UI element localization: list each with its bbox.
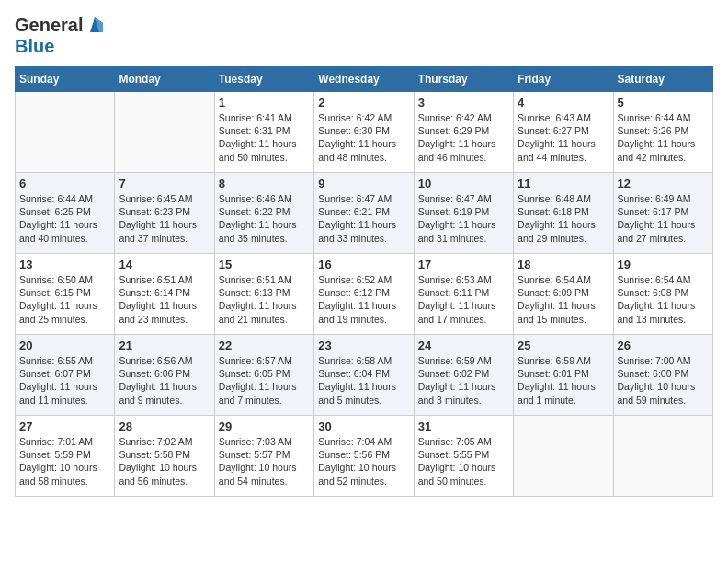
logo: General Blue (15, 15, 105, 57)
calendar-week-row: 13Sunrise: 6:50 AM Sunset: 6:15 PM Dayli… (16, 254, 713, 335)
calendar-cell: 18Sunrise: 6:54 AM Sunset: 6:09 PM Dayli… (514, 254, 613, 335)
day-info: Sunrise: 6:57 AM Sunset: 6:05 PM Dayligh… (219, 354, 310, 407)
day-info: Sunrise: 7:02 AM Sunset: 5:58 PM Dayligh… (119, 435, 210, 488)
day-number: 7 (119, 177, 210, 190)
calendar-week-row: 20Sunrise: 6:55 AM Sunset: 6:07 PM Dayli… (16, 335, 713, 416)
day-info: Sunrise: 6:59 AM Sunset: 6:02 PM Dayligh… (418, 354, 509, 407)
day-number: 11 (518, 177, 609, 190)
day-number: 15 (219, 258, 310, 271)
calendar-cell: 15Sunrise: 6:51 AM Sunset: 6:13 PM Dayli… (214, 254, 313, 335)
day-header-tuesday: Tuesday (214, 67, 313, 92)
day-number: 25 (518, 339, 609, 352)
calendar-cell: 10Sunrise: 6:47 AM Sunset: 6:19 PM Dayli… (414, 173, 513, 254)
day-number: 28 (119, 419, 210, 433)
day-info: Sunrise: 6:56 AM Sunset: 6:06 PM Dayligh… (119, 354, 210, 407)
calendar-cell: 1Sunrise: 6:41 AM Sunset: 6:31 PM Daylig… (214, 92, 313, 173)
calendar-cell: 3Sunrise: 6:42 AM Sunset: 6:29 PM Daylig… (414, 92, 513, 173)
page-header: General Blue (15, 15, 713, 57)
calendar-cell: 29Sunrise: 7:03 AM Sunset: 5:57 PM Dayli… (214, 416, 313, 497)
day-info: Sunrise: 7:05 AM Sunset: 5:55 PM Dayligh… (418, 435, 509, 488)
day-info: Sunrise: 6:54 AM Sunset: 6:08 PM Dayligh… (618, 273, 709, 326)
calendar-week-row: 6Sunrise: 6:44 AM Sunset: 6:25 PM Daylig… (16, 173, 713, 254)
day-info: Sunrise: 6:47 AM Sunset: 6:21 PM Dayligh… (318, 192, 409, 245)
calendar-cell: 11Sunrise: 6:48 AM Sunset: 6:18 PM Dayli… (514, 173, 613, 254)
day-number: 4 (518, 96, 609, 109)
day-info: Sunrise: 7:01 AM Sunset: 5:59 PM Dayligh… (19, 435, 110, 488)
calendar-cell: 28Sunrise: 7:02 AM Sunset: 5:58 PM Dayli… (115, 416, 214, 497)
calendar-cell: 23Sunrise: 6:58 AM Sunset: 6:04 PM Dayli… (314, 335, 414, 416)
day-number: 6 (19, 177, 110, 190)
day-number: 31 (418, 419, 509, 433)
day-info: Sunrise: 6:51 AM Sunset: 6:14 PM Dayligh… (119, 273, 210, 326)
calendar-cell: 4Sunrise: 6:43 AM Sunset: 6:27 PM Daylig… (514, 92, 613, 173)
calendar-cell: 5Sunrise: 6:44 AM Sunset: 6:26 PM Daylig… (613, 92, 712, 173)
day-number: 19 (618, 258, 709, 271)
day-info: Sunrise: 6:53 AM Sunset: 6:11 PM Dayligh… (418, 273, 509, 326)
calendar-cell: 22Sunrise: 6:57 AM Sunset: 6:05 PM Dayli… (214, 335, 313, 416)
day-header-thursday: Thursday (414, 67, 513, 92)
day-header-monday: Monday (115, 67, 214, 92)
calendar-cell: 2Sunrise: 6:42 AM Sunset: 6:30 PM Daylig… (314, 92, 414, 173)
day-number: 24 (418, 339, 509, 352)
day-number: 17 (418, 258, 509, 271)
calendar-cell: 24Sunrise: 6:59 AM Sunset: 6:02 PM Dayli… (414, 335, 513, 416)
calendar-week-row: 27Sunrise: 7:01 AM Sunset: 5:59 PM Dayli… (16, 416, 713, 497)
calendar-cell: 16Sunrise: 6:52 AM Sunset: 6:12 PM Dayli… (314, 254, 414, 335)
calendar-cell: 31Sunrise: 7:05 AM Sunset: 5:55 PM Dayli… (414, 416, 513, 497)
calendar-cell (16, 92, 115, 173)
calendar-cell (613, 416, 712, 497)
day-number: 16 (318, 258, 409, 271)
day-number: 5 (618, 96, 709, 109)
calendar-cell: 9Sunrise: 6:47 AM Sunset: 6:21 PM Daylig… (314, 173, 414, 254)
calendar-cell (514, 416, 613, 497)
day-number: 9 (318, 177, 409, 190)
calendar-header-row: SundayMondayTuesdayWednesdayThursdayFrid… (16, 67, 713, 92)
day-number: 22 (219, 339, 310, 352)
calendar-cell: 21Sunrise: 6:56 AM Sunset: 6:06 PM Dayli… (115, 335, 214, 416)
day-info: Sunrise: 6:52 AM Sunset: 6:12 PM Dayligh… (318, 273, 409, 326)
calendar-cell: 12Sunrise: 6:49 AM Sunset: 6:17 PM Dayli… (613, 173, 712, 254)
day-number: 26 (618, 339, 709, 352)
day-number: 20 (19, 339, 110, 352)
day-info: Sunrise: 6:50 AM Sunset: 6:15 PM Dayligh… (19, 273, 110, 326)
day-info: Sunrise: 6:58 AM Sunset: 6:04 PM Dayligh… (318, 354, 409, 407)
day-info: Sunrise: 6:49 AM Sunset: 6:17 PM Dayligh… (618, 192, 709, 245)
day-number: 18 (518, 258, 609, 271)
calendar-cell: 26Sunrise: 7:00 AM Sunset: 6:00 PM Dayli… (613, 335, 712, 416)
calendar-cell: 19Sunrise: 6:54 AM Sunset: 6:08 PM Dayli… (613, 254, 712, 335)
day-info: Sunrise: 6:42 AM Sunset: 6:30 PM Dayligh… (318, 111, 409, 164)
calendar-week-row: 1Sunrise: 6:41 AM Sunset: 6:31 PM Daylig… (16, 92, 713, 173)
day-info: Sunrise: 6:44 AM Sunset: 6:26 PM Dayligh… (618, 111, 709, 164)
calendar-cell: 25Sunrise: 6:59 AM Sunset: 6:01 PM Dayli… (514, 335, 613, 416)
day-number: 30 (318, 419, 409, 433)
logo-general: General (15, 15, 83, 36)
day-header-saturday: Saturday (613, 67, 712, 92)
calendar-cell: 8Sunrise: 6:46 AM Sunset: 6:22 PM Daylig… (214, 173, 313, 254)
day-number: 27 (19, 419, 110, 433)
day-info: Sunrise: 7:00 AM Sunset: 6:00 PM Dayligh… (618, 354, 709, 407)
day-number: 12 (618, 177, 709, 190)
day-info: Sunrise: 6:44 AM Sunset: 6:25 PM Dayligh… (19, 192, 110, 245)
day-number: 29 (219, 419, 310, 433)
day-info: Sunrise: 6:41 AM Sunset: 6:31 PM Dayligh… (219, 111, 310, 164)
logo-triangle-icon (85, 16, 105, 36)
day-info: Sunrise: 6:43 AM Sunset: 6:27 PM Dayligh… (518, 111, 609, 164)
day-number: 8 (219, 177, 310, 190)
day-header-wednesday: Wednesday (314, 67, 414, 92)
day-number: 10 (418, 177, 509, 190)
day-header-sunday: Sunday (16, 67, 115, 92)
day-info: Sunrise: 6:51 AM Sunset: 6:13 PM Dayligh… (219, 273, 310, 326)
day-header-friday: Friday (514, 67, 613, 92)
day-number: 21 (119, 339, 210, 352)
day-number: 1 (219, 96, 310, 109)
calendar-table: SundayMondayTuesdayWednesdayThursdayFrid… (15, 66, 713, 497)
calendar-cell: 14Sunrise: 6:51 AM Sunset: 6:14 PM Dayli… (115, 254, 214, 335)
day-info: Sunrise: 6:46 AM Sunset: 6:22 PM Dayligh… (219, 192, 310, 245)
day-number: 14 (119, 258, 210, 271)
calendar-cell: 7Sunrise: 6:45 AM Sunset: 6:23 PM Daylig… (115, 173, 214, 254)
day-info: Sunrise: 6:48 AM Sunset: 6:18 PM Dayligh… (518, 192, 609, 245)
day-number: 2 (318, 96, 409, 109)
day-info: Sunrise: 6:55 AM Sunset: 6:07 PM Dayligh… (19, 354, 110, 407)
day-number: 3 (418, 96, 509, 109)
day-info: Sunrise: 6:45 AM Sunset: 6:23 PM Dayligh… (119, 192, 210, 245)
